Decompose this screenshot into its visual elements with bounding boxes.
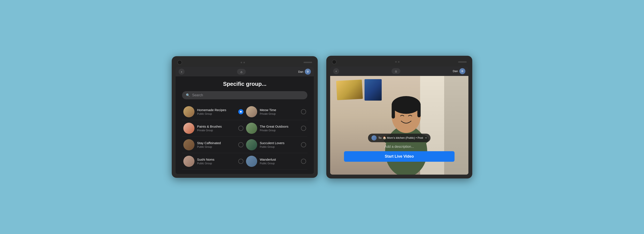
left-user-area: Dan D	[298, 69, 311, 75]
list-item[interactable]: Sushi Noms Public Group	[182, 153, 245, 170]
left-home-button[interactable]: ⌂	[237, 69, 246, 75]
radio-sushi[interactable]	[238, 159, 244, 164]
group-info-meow: Meow Time Private Group	[260, 108, 298, 115]
svg-rect-5	[417, 104, 420, 117]
search-icon: 🔍	[186, 93, 190, 97]
dot-2	[244, 62, 245, 63]
group-name: The Great Outdoors	[260, 125, 298, 128]
dropdown-arrow-icon: ▼	[425, 137, 427, 139]
flag-icon: 🏠	[383, 136, 387, 139]
left-username: Dan	[298, 70, 303, 73]
svg-rect-4	[392, 104, 395, 118]
radio-meow[interactable]	[301, 109, 306, 114]
right-screen: ‹ ⌂ Dan D	[330, 66, 468, 175]
group-type: Public Group	[197, 112, 236, 115]
group-info-paints: Paints & Brushes Private Group	[197, 125, 236, 132]
list-item[interactable]: Succulent Lovers Public Group	[245, 137, 308, 153]
groups-list: Homemade Recipes Public Group Meow Time …	[182, 104, 308, 170]
group-info-stay: Stay Caffeinated Public Group	[197, 141, 236, 148]
search-bar[interactable]: 🔍 Search	[182, 91, 308, 99]
group-name: Sushi Noms	[197, 158, 236, 162]
dot-1	[241, 62, 242, 63]
list-item[interactable]: Meow Time Private Group	[245, 104, 308, 120]
svg-point-3	[392, 96, 421, 114]
search-input[interactable]: Search	[192, 93, 203, 97]
radio-outdoors[interactable]	[301, 126, 306, 131]
group-type: Public Group	[197, 145, 236, 148]
list-item[interactable]: Stay Caffeinated Public Group	[182, 137, 245, 153]
group-type: Private Group	[260, 112, 298, 115]
group-avatar-wanderlust	[246, 156, 257, 167]
right-avatar: D	[460, 68, 466, 74]
devices-container: ‹ ⌂ Dan D Specific group... 🔍 Search	[172, 56, 472, 179]
home-icon: ⌂	[395, 69, 397, 73]
list-item[interactable]: The Great Outdoors Private Group	[245, 120, 308, 137]
left-screen: ‹ ⌂ Dan D Specific group... 🔍 Search	[176, 67, 314, 174]
radio-succulent[interactable]	[301, 142, 306, 147]
right-home-button[interactable]: ⌂	[392, 68, 400, 74]
group-type: Private Group	[197, 129, 236, 132]
group-avatar-sushi	[183, 156, 194, 167]
group-type: Public Group	[260, 145, 298, 148]
right-device-top-bar	[330, 60, 468, 66]
group-name: Meow Time	[260, 108, 298, 112]
start-live-video-button[interactable]: Start Live Video	[344, 151, 454, 162]
group-name: Succulent Lovers	[260, 141, 298, 145]
description-placeholder[interactable]: Add a description...	[385, 145, 414, 149]
left-nav-bar: ‹ ⌂ Dan D	[176, 67, 314, 76]
home-icon: ⌂	[240, 70, 242, 74]
group-avatar-paints	[183, 123, 194, 134]
left-camera	[177, 60, 182, 65]
to-text: To: 🏠 Mom's kitchen (Public) • Post	[378, 136, 423, 139]
radio-stay[interactable]	[238, 142, 244, 147]
right-username: Dan	[453, 69, 458, 73]
list-item[interactable]: Homemade Recipes Public Group	[182, 104, 245, 120]
destination-avatar	[371, 135, 376, 141]
video-screen: To: 🏠 Mom's kitchen (Public) • Post ▼ Ad…	[330, 76, 468, 175]
left-device-top-bar	[176, 60, 314, 67]
group-info-outdoors: The Great Outdoors Private Group	[260, 125, 298, 132]
left-dots	[241, 62, 245, 63]
dot-3	[395, 61, 397, 63]
radio-homemade[interactable]	[238, 109, 244, 114]
to-destination-label[interactable]: To: 🏠 Mom's kitchen (Public) • Post ▼	[368, 134, 430, 142]
group-info-homemade: Homemade Recipes Public Group	[197, 108, 236, 115]
group-info-succulent: Succulent Lovers Public Group	[260, 141, 298, 148]
group-info-wanderlust: Wanderlust Public Group	[260, 158, 298, 165]
list-item[interactable]: Wanderlust Public Group	[245, 153, 308, 170]
radio-wanderlust[interactable]	[301, 159, 306, 164]
group-name: Paints & Brushes	[197, 125, 236, 128]
groups-title: Specific group...	[182, 81, 308, 87]
group-type: Public Group	[197, 162, 236, 165]
right-device: ‹ ⌂ Dan D	[326, 56, 472, 179]
group-avatar-stay	[183, 139, 194, 150]
video-overlay: To: 🏠 Mom's kitchen (Public) • Post ▼ Ad…	[344, 134, 454, 162]
group-name: Homemade Recipes	[197, 108, 236, 112]
left-speaker	[304, 62, 312, 63]
group-type: Private Group	[260, 129, 298, 132]
list-item[interactable]: Paints & Brushes Private Group	[182, 120, 245, 137]
left-avatar: D	[305, 69, 311, 75]
right-speaker	[458, 61, 467, 63]
right-dots	[395, 61, 400, 63]
group-info-sushi: Sushi Noms Public Group	[197, 158, 236, 165]
group-avatar-homemade	[183, 106, 194, 117]
group-avatar-succulent	[246, 139, 257, 150]
right-user-area: Dan D	[453, 68, 466, 74]
right-camera	[332, 60, 336, 64]
group-avatar-meow	[246, 106, 257, 117]
radio-paints[interactable]	[238, 126, 244, 131]
group-avatar-outdoors	[246, 123, 257, 134]
right-back-button[interactable]: ‹	[333, 68, 339, 74]
left-back-button[interactable]: ‹	[178, 69, 184, 75]
groups-content: Specific group... 🔍 Search Homemade Reci…	[176, 76, 314, 174]
art-piece-1	[336, 79, 363, 100]
dot-4	[398, 61, 400, 63]
right-nav-bar: ‹ ⌂ Dan D	[330, 66, 468, 76]
left-device: ‹ ⌂ Dan D Specific group... 🔍 Search	[172, 56, 318, 178]
group-name: Wanderlust	[260, 158, 298, 162]
group-type: Public Group	[260, 162, 298, 165]
group-name: Stay Caffeinated	[197, 141, 236, 145]
